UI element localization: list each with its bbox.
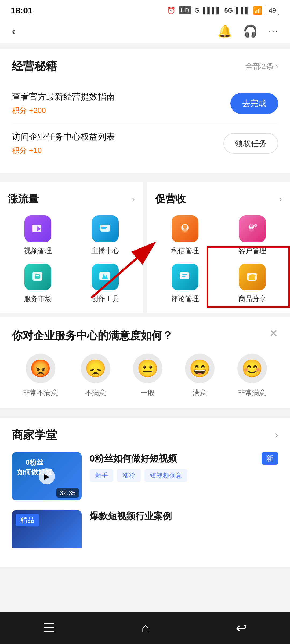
video-thumb-0: 0粉丝如何做好短 ▶ 32:35 [12, 452, 82, 500]
emoji-very-satisfied[interactable]: 😊 非常满意 [237, 354, 267, 397]
svg-point-18 [249, 228, 254, 232]
host-center-icon [92, 215, 119, 242]
xuetang-all-link[interactable]: › [275, 429, 278, 441]
status-bar: 18:01 ⏰ HD G ▌▌▌▌ 5G ▌▌▌ 📶 49 [0, 0, 290, 19]
bottom-nav: ☰ ⌂ ↩ [0, 612, 290, 644]
satisfaction-title: 你对企业服务中心的满意度如何？ [12, 328, 278, 343]
product-share-icon [239, 264, 266, 290]
task1-complete-button[interactable]: 去完成 [230, 93, 278, 114]
zhangliu-header: 涨流量 › [8, 192, 135, 206]
xuetang-title: 商家学堂 [12, 427, 57, 442]
cuyingshou-item-3[interactable]: 商品分享 [223, 264, 282, 303]
svg-rect-26 [249, 276, 255, 280]
nav-home-icon[interactable]: ⌂ [141, 620, 149, 636]
video-item-0[interactable]: 0粉丝如何做好短 ▶ 32:35 0粉丝如何做好短视频 新 新手 涨粉 短视频创… [12, 452, 278, 500]
emoji-unsatisfied[interactable]: 😞 不满意 [81, 354, 110, 397]
very-unsatisfied-face: 😡 [26, 354, 55, 383]
signal-g-icon: G [195, 7, 200, 14]
emoji-satisfied[interactable]: 😄 满意 [185, 354, 215, 397]
product-share-label: 商品分享 [238, 294, 266, 303]
zhangliu-title: 涨流量 [8, 192, 39, 206]
video-info-1: 爆款短视频行业案例 [90, 510, 278, 527]
hd-icon: HD [179, 6, 191, 14]
zhangliu-item-2[interactable]: 服务市场 [8, 264, 67, 303]
tag-0-0: 新手 [90, 469, 113, 482]
wifi-icon: 📶 [253, 6, 262, 15]
video-title-row-1: 爆款短视频行业案例 [90, 510, 278, 522]
task-item-2: 访问企业任务中心权益列表 积分 +10 领取任务 [12, 123, 278, 163]
jingying-title: 经营秘籍 [12, 59, 57, 74]
video-title-row-0: 0粉丝如何做好短视频 新 [90, 452, 278, 465]
video-play-button-0[interactable]: ▶ [39, 468, 55, 484]
header: ‹ 🔔 🎧 ··· [0, 19, 290, 44]
divider-1 [0, 178, 290, 182]
more-button[interactable]: ··· [269, 25, 278, 37]
comment-mgmt-label: 评论管理 [171, 294, 199, 303]
task-item-1: 查看官方最新经营提效指南 积分 +200 去完成 [12, 83, 278, 123]
zhangliu-arrow-icon[interactable]: › [132, 194, 135, 204]
creation-tools-icon [92, 264, 119, 290]
svg-rect-7 [102, 228, 106, 229]
divider-2 [0, 313, 290, 317]
zhangliu-item-0[interactable]: 视频管理 [8, 215, 67, 255]
zhangliu-card: 涨流量 › 视频管理 [0, 182, 143, 313]
service-market-icon [24, 264, 51, 290]
comment-mgmt-icon [172, 264, 198, 290]
emoji-very-unsatisfied[interactable]: 😡 非常不满意 [23, 354, 58, 397]
alarm-icon: ⏰ [167, 6, 175, 15]
cuyingshou-item-1[interactable]: 客户管理 [223, 215, 282, 255]
svg-point-15 [182, 229, 188, 233]
headset-icon[interactable]: 🎧 [243, 24, 258, 38]
tag-row-0: 新手 涨粉 短视频创意 [90, 469, 278, 482]
very-satisfied-label: 非常满意 [238, 388, 266, 397]
customer-mgmt-label: 客户管理 [238, 246, 266, 255]
video-info-0: 0粉丝如何做好短视频 新 新手 涨粉 短视频创意 [90, 452, 278, 482]
battery-icon: 49 [266, 6, 279, 15]
nav-back-icon[interactable]: ↩ [236, 620, 247, 636]
task-info-2: 访问企业任务中心权益列表 积分 +10 [12, 131, 223, 156]
xuetang-header: 商家学堂 › [12, 427, 278, 442]
customer-mgmt-icon [239, 215, 266, 242]
zhangliu-items: 视频管理 主播中心 [8, 215, 135, 303]
svg-rect-21 [180, 272, 189, 279]
video-duration-0: 32:35 [56, 488, 79, 498]
task-points-2: 积分 +10 [12, 145, 223, 156]
video-item-1[interactable]: 精品 爆款短视频行业案例 [12, 510, 278, 548]
satisfied-label: 满意 [193, 388, 207, 397]
satisfaction-close-button[interactable]: ✕ [269, 327, 278, 339]
jingying-all-link[interactable]: 全部2条 › [245, 61, 278, 72]
tag-0-1: 涨粉 [117, 469, 141, 482]
svg-rect-23 [182, 276, 186, 277]
tag-0-2: 短视频创意 [144, 469, 187, 482]
svg-rect-9 [35, 274, 40, 279]
very-unsatisfied-label: 非常不满意 [23, 388, 58, 397]
cuyingshou-item-2[interactable]: 评论管理 [155, 264, 215, 303]
emoji-neutral[interactable]: 😐 一般 [133, 354, 162, 397]
back-button[interactable]: ‹ [12, 25, 15, 37]
neutral-face: 😐 [133, 354, 162, 383]
cuyingshou-title: 促营收 [155, 192, 186, 206]
notification-icon[interactable]: 🔔 [218, 24, 232, 38]
zhangliu-item-3[interactable]: 创作工具 [75, 264, 135, 303]
5g-icon: 5G [224, 7, 233, 14]
task-desc-1: 查看官方最新经营提效指南 [12, 91, 230, 103]
svg-marker-24 [181, 279, 190, 280]
video-title-1: 爆款短视频行业案例 [90, 510, 278, 522]
service-market-label: 服务市场 [24, 294, 52, 303]
svg-rect-10 [36, 275, 39, 276]
cuyingshou-arrow-icon[interactable]: › [279, 194, 282, 204]
signal-bars2-icon: ▌▌▌ [236, 7, 250, 14]
chevron-right-icon: › [276, 62, 278, 71]
cuyingshou-item-0[interactable]: 私信管理 [155, 215, 215, 255]
zhangliu-item-1[interactable]: 主播中心 [75, 215, 135, 255]
satisfaction-section: ✕ 你对企业服务中心的满意度如何？ 😡 非常不满意 😞 不满意 😐 一般 😄 满… [0, 317, 290, 408]
video-thumb-badge-1: 精品 [16, 514, 39, 526]
task2-receive-button[interactable]: 领取任务 [223, 133, 278, 154]
emoji-row: 😡 非常不满意 😞 不满意 😐 一般 😄 满意 😊 非常满意 [12, 354, 278, 397]
cuyingshou-items: 私信管理 客户管理 [155, 215, 282, 303]
svg-rect-6 [102, 227, 107, 228]
neutral-label: 一般 [141, 388, 155, 397]
svg-rect-5 [102, 226, 105, 226]
nav-menu-icon[interactable]: ☰ [43, 620, 55, 636]
video-title-0: 0粉丝如何做好短视频 [90, 452, 258, 465]
